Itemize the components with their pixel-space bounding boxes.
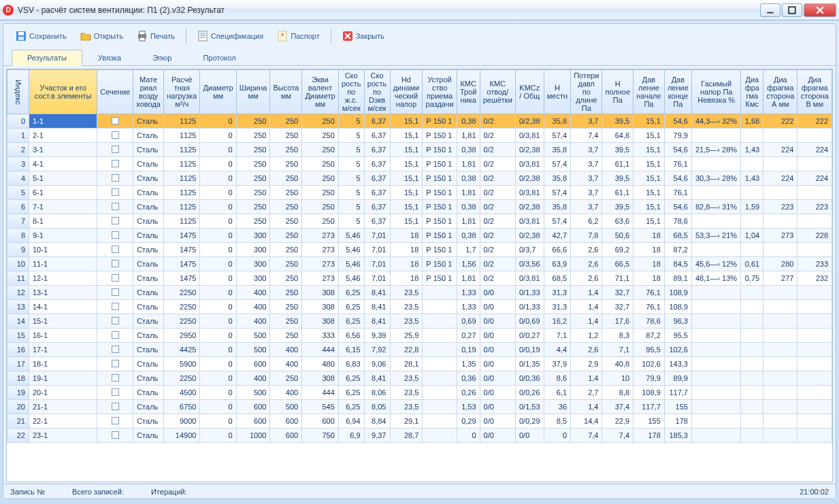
cell[interactable]: 3-1 xyxy=(29,143,97,157)
checkbox[interactable] xyxy=(112,403,119,410)
cell[interactable]: 1,33 xyxy=(457,300,480,314)
cell[interactable]: Р 150 1 xyxy=(423,157,457,171)
cell[interactable]: 68,5 xyxy=(664,229,691,243)
table-row[interactable]: 23-1Сталь1125025025025056,3715,1Р 150 10… xyxy=(7,143,832,157)
cell[interactable] xyxy=(97,214,133,229)
cell[interactable]: 0/2 xyxy=(480,214,515,229)
cell[interactable]: 23,5 xyxy=(390,386,423,400)
cell[interactable]: 250 xyxy=(302,171,339,186)
cell[interactable]: 222 xyxy=(763,114,797,129)
cell[interactable] xyxy=(763,429,797,443)
cell[interactable]: 3,7 xyxy=(571,171,602,186)
cell[interactable]: 20 xyxy=(7,400,29,414)
cell[interactable] xyxy=(97,257,133,271)
cell[interactable]: 0/2,38 xyxy=(515,171,544,186)
cell[interactable]: 250 xyxy=(302,214,339,229)
cell[interactable]: 0/0 xyxy=(480,329,515,343)
col-header[interactable]: КМС Трой ника xyxy=(457,70,480,114)
cell[interactable]: Сталь xyxy=(133,257,164,271)
cell[interactable]: 223 xyxy=(763,200,797,214)
cell[interactable]: 2 xyxy=(7,143,29,157)
cell[interactable]: 0 xyxy=(200,157,236,171)
cell[interactable]: Сталь xyxy=(133,329,164,343)
cell[interactable] xyxy=(97,300,133,314)
spec-button[interactable]: Спецификация xyxy=(192,28,269,44)
cell[interactable] xyxy=(763,286,797,300)
cell[interactable]: 250 xyxy=(302,114,339,129)
cell[interactable]: 250 xyxy=(270,143,302,157)
cell[interactable]: 0 xyxy=(200,400,236,414)
cell[interactable]: 15,1 xyxy=(390,129,423,143)
col-header[interactable]: Экви валент Диаметр мм xyxy=(302,70,339,114)
cell[interactable]: Р 150 1 xyxy=(423,186,457,200)
cell[interactable]: 2950 xyxy=(164,329,200,343)
cell[interactable]: 6,15 xyxy=(338,343,364,357)
checkbox[interactable] xyxy=(112,360,119,367)
cell[interactable]: 57,4 xyxy=(544,186,570,200)
cell[interactable]: 117,7 xyxy=(634,400,665,414)
cell[interactable]: 0/1,33 xyxy=(515,286,544,300)
cell[interactable]: 69,2 xyxy=(602,243,634,257)
cell[interactable]: 6,1 xyxy=(544,386,570,400)
cell[interactable]: 0 xyxy=(200,343,236,357)
cell[interactable]: 0/3,81 xyxy=(515,157,544,171)
cell[interactable]: 17-1 xyxy=(29,343,97,357)
cell[interactable]: 300 xyxy=(236,271,270,286)
checkbox[interactable] xyxy=(112,131,119,139)
cell[interactable]: 8-1 xyxy=(29,214,97,229)
cell[interactable]: 1125 xyxy=(164,186,200,200)
cell[interactable]: 0/0 xyxy=(515,429,544,443)
cell[interactable]: 1,81 xyxy=(457,271,480,286)
cell[interactable]: Сталь xyxy=(133,300,164,314)
cell[interactable] xyxy=(797,314,832,329)
cell[interactable]: 250 xyxy=(236,114,270,129)
cell[interactable]: 400 xyxy=(236,286,270,300)
cell[interactable]: 6,37 xyxy=(364,157,390,171)
col-header[interactable]: Диа фрагма сторона А мм xyxy=(763,70,797,114)
cell[interactable]: 6,94 xyxy=(338,414,364,429)
col-header[interactable]: Потери давл по длине Па xyxy=(571,70,602,114)
cell[interactable]: 224 xyxy=(763,143,797,157)
cell[interactable]: 0/0,69 xyxy=(515,314,544,329)
cell[interactable]: 0/0 xyxy=(480,414,515,429)
cell[interactable]: 5,46 xyxy=(338,257,364,271)
checkbox[interactable] xyxy=(112,331,119,339)
cell[interactable] xyxy=(797,329,832,343)
cell[interactable]: 7,4 xyxy=(602,429,634,443)
cell[interactable]: 23-1 xyxy=(29,429,97,443)
cell[interactable]: 480 xyxy=(302,357,339,371)
cell[interactable]: 0/3,81 xyxy=(515,186,544,200)
cell[interactable]: 250 xyxy=(270,300,302,314)
cell[interactable]: 0/2 xyxy=(480,257,515,271)
cell[interactable]: 600 xyxy=(270,429,302,443)
cell[interactable]: 0/3,81 xyxy=(515,129,544,143)
cell[interactable]: 35,8 xyxy=(544,143,570,157)
table-row[interactable]: 1920-1Сталь450005004004446,258,0623,50,2… xyxy=(7,386,832,400)
cell[interactable] xyxy=(763,329,797,343)
col-header[interactable]: Высота мм xyxy=(270,70,302,114)
cell[interactable]: 63,9 xyxy=(544,257,570,271)
cell[interactable]: 22,9 xyxy=(602,414,634,429)
cell[interactable]: 23,5 xyxy=(390,300,423,314)
cell[interactable] xyxy=(763,414,797,429)
cell[interactable] xyxy=(691,386,741,400)
cell[interactable]: 0 xyxy=(457,429,480,443)
cell[interactable]: 250 xyxy=(302,129,339,143)
col-header[interactable]: Расчё тная нагрузка м³/ч xyxy=(164,70,200,114)
cell[interactable]: 143,3 xyxy=(664,357,691,371)
data-grid[interactable]: ИндексУчасток и его сост.в элементыСечен… xyxy=(6,69,833,482)
cell[interactable]: 14,4 xyxy=(571,414,602,429)
cell[interactable]: 0/0,27 xyxy=(515,329,544,343)
cell[interactable]: 273 xyxy=(763,229,797,243)
cell[interactable]: 14900 xyxy=(164,429,200,443)
cell[interactable]: 0/0 xyxy=(480,357,515,371)
cell[interactable]: 0 xyxy=(200,329,236,343)
cell[interactable]: 2,6 xyxy=(571,257,602,271)
cell[interactable]: 22,8 xyxy=(390,343,423,357)
cell[interactable]: 250 xyxy=(270,257,302,271)
cell[interactable]: 2,6 xyxy=(571,343,602,357)
cell[interactable]: 0 xyxy=(200,371,236,386)
col-header[interactable]: Устрой ство приема раздачи xyxy=(423,70,457,114)
cell[interactable]: 250 xyxy=(270,114,302,129)
table-row[interactable]: 1011-1Сталь147503002502735,467,0118Р 150… xyxy=(7,257,832,271)
